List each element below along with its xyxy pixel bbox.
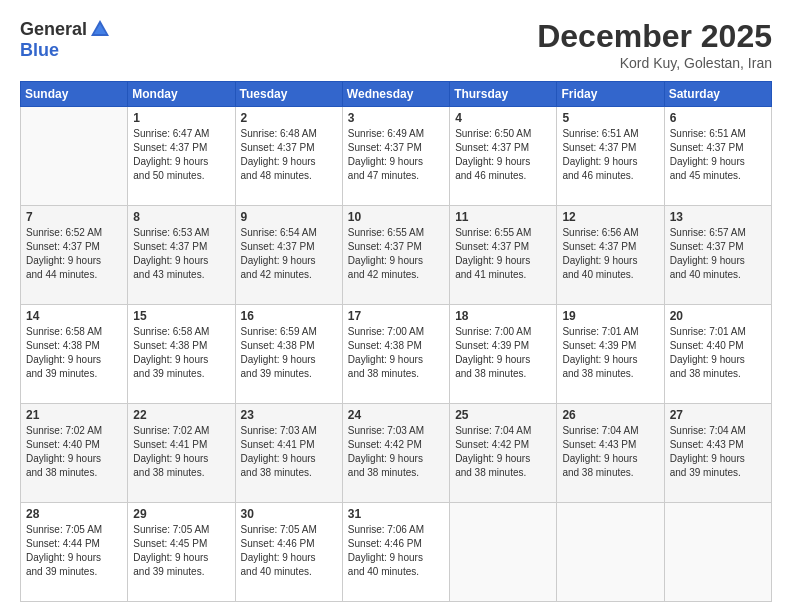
day-info: Sunrise: 6:57 AM Sunset: 4:37 PM Dayligh… xyxy=(670,226,766,282)
day-info: Sunrise: 7:02 AM Sunset: 4:41 PM Dayligh… xyxy=(133,424,229,480)
week-row-5: 28Sunrise: 7:05 AM Sunset: 4:44 PM Dayli… xyxy=(21,503,772,602)
calendar-cell xyxy=(450,503,557,602)
day-info: Sunrise: 7:04 AM Sunset: 4:42 PM Dayligh… xyxy=(455,424,551,480)
day-number: 3 xyxy=(348,111,444,125)
logo-general-text: General xyxy=(20,19,87,40)
day-info: Sunrise: 7:06 AM Sunset: 4:46 PM Dayligh… xyxy=(348,523,444,579)
day-info: Sunrise: 7:04 AM Sunset: 4:43 PM Dayligh… xyxy=(670,424,766,480)
calendar-cell: 17Sunrise: 7:00 AM Sunset: 4:38 PM Dayli… xyxy=(342,305,449,404)
day-info: Sunrise: 7:00 AM Sunset: 4:38 PM Dayligh… xyxy=(348,325,444,381)
day-number: 24 xyxy=(348,408,444,422)
calendar-cell: 30Sunrise: 7:05 AM Sunset: 4:46 PM Dayli… xyxy=(235,503,342,602)
week-row-3: 14Sunrise: 6:58 AM Sunset: 4:38 PM Dayli… xyxy=(21,305,772,404)
day-number: 28 xyxy=(26,507,122,521)
day-info: Sunrise: 6:50 AM Sunset: 4:37 PM Dayligh… xyxy=(455,127,551,183)
weekday-header-wednesday: Wednesday xyxy=(342,82,449,107)
calendar-cell: 23Sunrise: 7:03 AM Sunset: 4:41 PM Dayli… xyxy=(235,404,342,503)
location-text: Kord Kuy, Golestan, Iran xyxy=(537,55,772,71)
calendar-cell xyxy=(557,503,664,602)
day-number: 9 xyxy=(241,210,337,224)
week-row-1: 1Sunrise: 6:47 AM Sunset: 4:37 PM Daylig… xyxy=(21,107,772,206)
title-area: December 2025 Kord Kuy, Golestan, Iran xyxy=(537,18,772,71)
month-title: December 2025 xyxy=(537,18,772,55)
day-info: Sunrise: 6:51 AM Sunset: 4:37 PM Dayligh… xyxy=(562,127,658,183)
day-number: 11 xyxy=(455,210,551,224)
week-row-4: 21Sunrise: 7:02 AM Sunset: 4:40 PM Dayli… xyxy=(21,404,772,503)
calendar-cell xyxy=(664,503,771,602)
day-info: Sunrise: 7:01 AM Sunset: 4:40 PM Dayligh… xyxy=(670,325,766,381)
calendar-cell: 22Sunrise: 7:02 AM Sunset: 4:41 PM Dayli… xyxy=(128,404,235,503)
page: General Blue December 2025 Kord Kuy, Gol… xyxy=(0,0,792,612)
calendar-cell: 15Sunrise: 6:58 AM Sunset: 4:38 PM Dayli… xyxy=(128,305,235,404)
calendar-cell: 6Sunrise: 6:51 AM Sunset: 4:37 PM Daylig… xyxy=(664,107,771,206)
calendar-cell: 5Sunrise: 6:51 AM Sunset: 4:37 PM Daylig… xyxy=(557,107,664,206)
logo-icon xyxy=(89,18,111,40)
calendar-table: SundayMondayTuesdayWednesdayThursdayFrid… xyxy=(20,81,772,602)
day-info: Sunrise: 7:03 AM Sunset: 4:42 PM Dayligh… xyxy=(348,424,444,480)
day-number: 25 xyxy=(455,408,551,422)
weekday-header-thursday: Thursday xyxy=(450,82,557,107)
calendar-cell: 4Sunrise: 6:50 AM Sunset: 4:37 PM Daylig… xyxy=(450,107,557,206)
calendar-cell: 24Sunrise: 7:03 AM Sunset: 4:42 PM Dayli… xyxy=(342,404,449,503)
day-number: 4 xyxy=(455,111,551,125)
calendar-cell: 19Sunrise: 7:01 AM Sunset: 4:39 PM Dayli… xyxy=(557,305,664,404)
day-info: Sunrise: 6:51 AM Sunset: 4:37 PM Dayligh… xyxy=(670,127,766,183)
header: General Blue December 2025 Kord Kuy, Gol… xyxy=(20,18,772,71)
day-number: 18 xyxy=(455,309,551,323)
day-number: 13 xyxy=(670,210,766,224)
day-number: 10 xyxy=(348,210,444,224)
day-number: 12 xyxy=(562,210,658,224)
weekday-header-saturday: Saturday xyxy=(664,82,771,107)
day-number: 16 xyxy=(241,309,337,323)
day-info: Sunrise: 7:04 AM Sunset: 4:43 PM Dayligh… xyxy=(562,424,658,480)
calendar-cell: 9Sunrise: 6:54 AM Sunset: 4:37 PM Daylig… xyxy=(235,206,342,305)
weekday-header-tuesday: Tuesday xyxy=(235,82,342,107)
day-info: Sunrise: 7:05 AM Sunset: 4:45 PM Dayligh… xyxy=(133,523,229,579)
calendar-cell: 28Sunrise: 7:05 AM Sunset: 4:44 PM Dayli… xyxy=(21,503,128,602)
day-number: 19 xyxy=(562,309,658,323)
day-number: 7 xyxy=(26,210,122,224)
calendar-cell: 12Sunrise: 6:56 AM Sunset: 4:37 PM Dayli… xyxy=(557,206,664,305)
day-number: 31 xyxy=(348,507,444,521)
day-number: 1 xyxy=(133,111,229,125)
day-number: 23 xyxy=(241,408,337,422)
weekday-header-friday: Friday xyxy=(557,82,664,107)
day-info: Sunrise: 7:00 AM Sunset: 4:39 PM Dayligh… xyxy=(455,325,551,381)
calendar-cell: 25Sunrise: 7:04 AM Sunset: 4:42 PM Dayli… xyxy=(450,404,557,503)
day-number: 14 xyxy=(26,309,122,323)
day-info: Sunrise: 6:58 AM Sunset: 4:38 PM Dayligh… xyxy=(133,325,229,381)
day-info: Sunrise: 7:05 AM Sunset: 4:44 PM Dayligh… xyxy=(26,523,122,579)
calendar-cell: 31Sunrise: 7:06 AM Sunset: 4:46 PM Dayli… xyxy=(342,503,449,602)
logo-blue-text: Blue xyxy=(20,40,59,61)
calendar-cell: 8Sunrise: 6:53 AM Sunset: 4:37 PM Daylig… xyxy=(128,206,235,305)
weekday-header-sunday: Sunday xyxy=(21,82,128,107)
calendar-cell: 3Sunrise: 6:49 AM Sunset: 4:37 PM Daylig… xyxy=(342,107,449,206)
day-info: Sunrise: 7:01 AM Sunset: 4:39 PM Dayligh… xyxy=(562,325,658,381)
calendar-cell: 13Sunrise: 6:57 AM Sunset: 4:37 PM Dayli… xyxy=(664,206,771,305)
day-number: 8 xyxy=(133,210,229,224)
calendar-cell: 1Sunrise: 6:47 AM Sunset: 4:37 PM Daylig… xyxy=(128,107,235,206)
calendar-cell: 21Sunrise: 7:02 AM Sunset: 4:40 PM Dayli… xyxy=(21,404,128,503)
day-info: Sunrise: 6:52 AM Sunset: 4:37 PM Dayligh… xyxy=(26,226,122,282)
calendar-cell: 11Sunrise: 6:55 AM Sunset: 4:37 PM Dayli… xyxy=(450,206,557,305)
day-number: 26 xyxy=(562,408,658,422)
day-info: Sunrise: 7:05 AM Sunset: 4:46 PM Dayligh… xyxy=(241,523,337,579)
logo: General Blue xyxy=(20,18,111,61)
calendar-cell: 16Sunrise: 6:59 AM Sunset: 4:38 PM Dayli… xyxy=(235,305,342,404)
day-number: 5 xyxy=(562,111,658,125)
day-info: Sunrise: 6:55 AM Sunset: 4:37 PM Dayligh… xyxy=(348,226,444,282)
day-info: Sunrise: 6:56 AM Sunset: 4:37 PM Dayligh… xyxy=(562,226,658,282)
day-info: Sunrise: 6:47 AM Sunset: 4:37 PM Dayligh… xyxy=(133,127,229,183)
calendar-cell: 26Sunrise: 7:04 AM Sunset: 4:43 PM Dayli… xyxy=(557,404,664,503)
calendar-cell: 7Sunrise: 6:52 AM Sunset: 4:37 PM Daylig… xyxy=(21,206,128,305)
day-info: Sunrise: 7:03 AM Sunset: 4:41 PM Dayligh… xyxy=(241,424,337,480)
day-info: Sunrise: 7:02 AM Sunset: 4:40 PM Dayligh… xyxy=(26,424,122,480)
day-number: 17 xyxy=(348,309,444,323)
weekday-header-row: SundayMondayTuesdayWednesdayThursdayFrid… xyxy=(21,82,772,107)
calendar-cell: 29Sunrise: 7:05 AM Sunset: 4:45 PM Dayli… xyxy=(128,503,235,602)
calendar-cell: 2Sunrise: 6:48 AM Sunset: 4:37 PM Daylig… xyxy=(235,107,342,206)
day-number: 2 xyxy=(241,111,337,125)
day-info: Sunrise: 6:55 AM Sunset: 4:37 PM Dayligh… xyxy=(455,226,551,282)
day-number: 27 xyxy=(670,408,766,422)
day-info: Sunrise: 6:48 AM Sunset: 4:37 PM Dayligh… xyxy=(241,127,337,183)
